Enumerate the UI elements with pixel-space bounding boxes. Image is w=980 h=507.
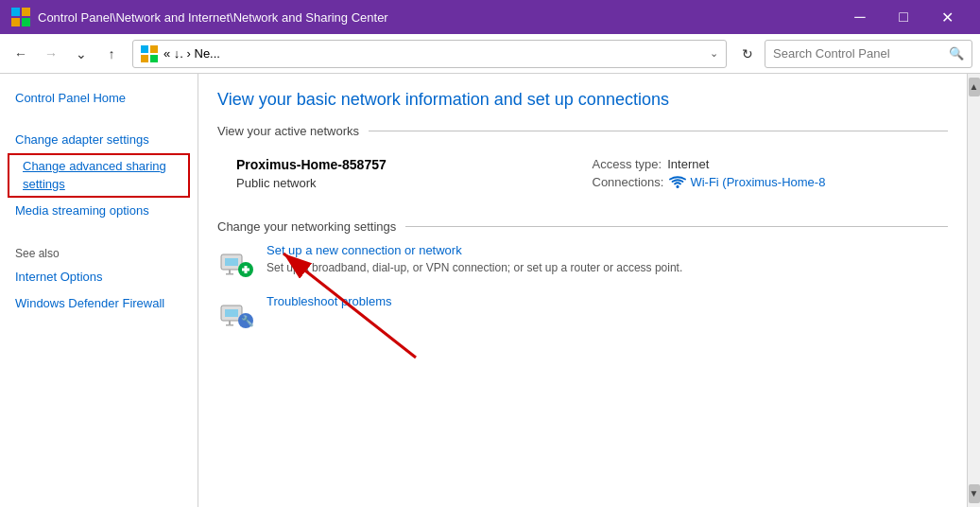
forward-button[interactable]: →	[38, 41, 64, 67]
svg-rect-3	[22, 18, 30, 26]
page-title: View your basic network information and …	[217, 89, 948, 111]
svg-rect-10	[225, 258, 238, 266]
scrollbar[interactable]: ▲ ▼	[967, 74, 980, 507]
active-networks-header: View your active networks	[217, 124, 948, 138]
wifi-signal-icon	[669, 175, 686, 191]
troubleshoot-text: Troubleshoot problems	[266, 294, 948, 311]
svg-rect-0	[11, 8, 20, 16]
svg-text:🔧: 🔧	[241, 314, 253, 327]
svg-rect-6	[141, 55, 148, 62]
scrollbar-up-arrow[interactable]: ▲	[969, 78, 980, 96]
main-layout: Control Panel Home Change adapter settin…	[0, 74, 980, 507]
address-box-icon	[141, 45, 158, 62]
new-connection-link[interactable]: Set up a new connection or network	[266, 243, 948, 257]
svg-rect-19	[226, 324, 233, 326]
sidebar-item-internet-options[interactable]: Internet Options	[0, 264, 198, 290]
title-bar-controls: ─ □ ✕	[838, 0, 969, 34]
network-name: Proximus-Home-858757	[236, 157, 593, 172]
sidebar: Control Panel Home Change adapter settin…	[0, 74, 198, 507]
minimize-button[interactable]: ─	[838, 0, 882, 34]
connections-label: Connections:	[593, 175, 664, 191]
wifi-connection-link[interactable]: Wi-Fi (Proximus-Home-8	[690, 175, 825, 191]
networking-settings-label: Change your networking settings	[217, 219, 396, 234]
new-connection-icon	[217, 243, 255, 281]
troubleshoot-item: 🔧 Troubleshoot problems	[217, 294, 948, 332]
title-bar-icon	[11, 8, 30, 26]
sidebar-separator-2	[0, 224, 198, 239]
troubleshoot-link[interactable]: Troubleshoot problems	[266, 294, 948, 308]
address-chevron-icon: ⌄	[710, 47, 718, 60]
sidebar-item-change-adapter[interactable]: Change adapter settings	[0, 127, 198, 153]
access-type-label: Access type:	[593, 157, 662, 171]
connections-row: Connections: Wi-Fi (Proximus-Home-8	[593, 175, 949, 191]
new-connection-desc: Set up a broadband, dial-up, or VPN conn…	[266, 261, 682, 274]
network-props-col: Access type: Internet Connections:	[593, 157, 949, 195]
troubleshoot-icon: 🔧	[217, 294, 255, 332]
active-networks-label: View your active networks	[217, 124, 359, 138]
refresh-button[interactable]: ↻	[734, 41, 761, 67]
maximize-button[interactable]: □	[882, 0, 925, 34]
svg-rect-12	[226, 273, 233, 275]
close-button[interactable]: ✕	[925, 0, 969, 34]
up-button[interactable]: ↑	[98, 41, 125, 67]
networking-settings-divider	[405, 226, 948, 227]
svg-point-8	[677, 185, 679, 188]
sidebar-item-control-panel-home[interactable]: Control Panel Home	[0, 85, 198, 112]
new-connection-text: Set up a new connection or network Set u…	[266, 243, 948, 276]
search-box[interactable]: 🔍	[765, 40, 972, 68]
search-icon[interactable]: 🔍	[949, 46, 964, 61]
networking-settings-header: Change your networking settings	[217, 219, 948, 234]
title-bar-text: Control Panel\Network and Internet\Netwo…	[38, 10, 838, 25]
address-bar: ← → ⌄ ↑ « ↓. › Ne... ⌄ ↻ 🔍	[0, 34, 980, 74]
svg-rect-7	[150, 55, 158, 62]
network-type: Public network	[236, 176, 593, 190]
access-type-value: Internet	[667, 157, 709, 171]
svg-rect-1	[22, 8, 30, 16]
svg-rect-4	[141, 45, 148, 53]
search-input[interactable]	[773, 46, 949, 61]
sidebar-item-firewall[interactable]: Windows Defender Firewall	[0, 290, 198, 317]
network-info-grid: Proximus-Home-858757 Public network Acce…	[217, 148, 948, 204]
content-area: View your basic network information and …	[198, 74, 967, 507]
sidebar-separator-1	[0, 112, 198, 127]
sidebar-see-also-label: See also	[0, 239, 198, 264]
annotation-arrow	[198, 74, 967, 507]
network-name-col: Proximus-Home-858757 Public network	[236, 157, 593, 195]
address-text: « ↓. › Ne...	[163, 46, 710, 61]
active-networks-divider	[369, 131, 948, 131]
svg-rect-17	[225, 309, 238, 317]
address-box[interactable]: « ↓. › Ne... ⌄	[132, 40, 727, 68]
svg-rect-18	[229, 321, 231, 324]
scrollbar-down-arrow[interactable]: ▼	[969, 484, 980, 503]
access-type-row: Access type: Internet	[593, 157, 949, 171]
svg-rect-2	[11, 18, 20, 26]
back-button[interactable]: ←	[8, 41, 34, 67]
sidebar-item-change-advanced[interactable]: Change advanced sharing settings	[8, 153, 190, 197]
svg-rect-15	[242, 269, 249, 271]
recent-button[interactable]: ⌄	[68, 41, 95, 67]
title-bar: Control Panel\Network and Internet\Netwo…	[0, 0, 980, 34]
svg-rect-5	[150, 45, 158, 53]
sidebar-item-media-streaming[interactable]: Media streaming options	[0, 198, 198, 224]
svg-rect-11	[229, 270, 231, 273]
new-connection-item: Set up a new connection or network Set u…	[217, 243, 948, 281]
